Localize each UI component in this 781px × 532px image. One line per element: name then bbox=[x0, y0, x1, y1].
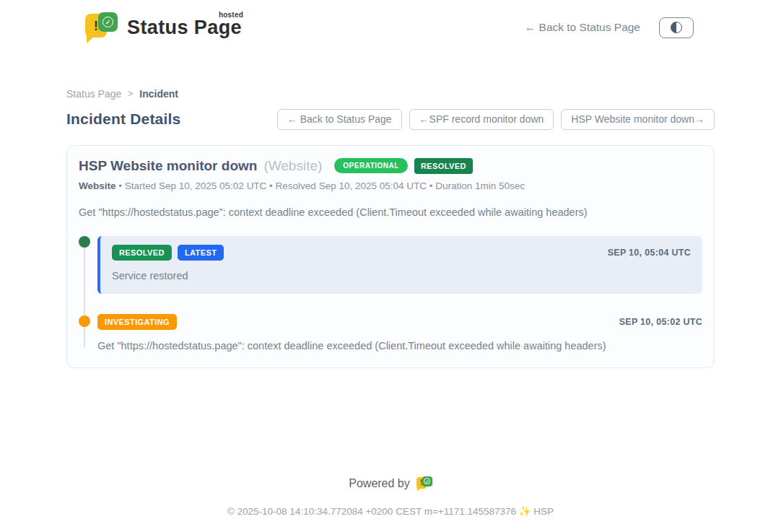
status-page-logo-icon: ! ✓ bbox=[85, 12, 118, 43]
timeline-message: Service restored bbox=[112, 270, 691, 282]
brand-name: Status Pagehosted bbox=[127, 18, 242, 38]
powered-by-label: Powered by bbox=[349, 477, 410, 490]
timeline-timestamp: SEP 10, 05:02 UTC bbox=[619, 317, 702, 327]
check-icon: ✓ bbox=[424, 478, 430, 484]
breadcrumb-current-incident: Incident bbox=[139, 88, 178, 100]
check-badge-icon: ✓ bbox=[422, 476, 432, 487]
header-back-to-status-page-link[interactable]: ← Back to Status Page bbox=[525, 21, 640, 34]
brand-superscript: hosted bbox=[219, 12, 243, 19]
resolved-badge: RESOLVED bbox=[112, 245, 172, 261]
brand-logo[interactable]: ! ✓ Status Pagehosted bbox=[85, 12, 242, 43]
incident-description: Get "https://hostedstatus.page": context… bbox=[79, 206, 702, 218]
incident-timeline: RESOLVED LATEST SEP 10, 05:04 UTC Servic… bbox=[79, 236, 702, 352]
timeline-dot-investigating bbox=[79, 315, 90, 327]
breadcrumb: Status Page > Incident bbox=[66, 88, 715, 100]
powered-by-row: Powered by ! ✓ bbox=[0, 476, 781, 492]
timeline-timestamp: SEP 10, 05:04 UTC bbox=[608, 248, 691, 258]
next-incident-button[interactable]: HSP Website monitor down→ bbox=[561, 109, 715, 130]
header: ! ✓ Status Pagehosted ← Back to Status P… bbox=[0, 0, 781, 45]
check-badge-icon: ✓ bbox=[98, 12, 118, 32]
incident-meta-details: • Started Sep 10, 2025 05:02 UTC • Resol… bbox=[116, 180, 525, 191]
half-circle-icon bbox=[671, 22, 682, 33]
investigating-badge: INVESTIGATING bbox=[97, 314, 177, 330]
header-actions: ← Back to Status Page bbox=[525, 17, 694, 38]
latest-badge: LATEST bbox=[178, 245, 224, 261]
theme-toggle-button[interactable] bbox=[659, 17, 694, 38]
timeline-dot-resolved bbox=[79, 236, 90, 248]
incident-component: (Website) bbox=[263, 158, 322, 174]
timeline-update-header: INVESTIGATING SEP 10, 05:02 UTC bbox=[97, 314, 702, 330]
powered-by-logo-link[interactable]: ! ✓ bbox=[416, 476, 432, 492]
incident-title-row: HSP Website monitor down (Website) OPERA… bbox=[79, 158, 702, 174]
timeline-item-investigating: INVESTIGATING SEP 10, 05:02 UTC Get "htt… bbox=[79, 313, 702, 352]
timeline-item-resolved: RESOLVED LATEST SEP 10, 05:04 UTC Servic… bbox=[79, 236, 702, 294]
incident-card: HSP Website monitor down (Website) OPERA… bbox=[66, 145, 715, 368]
chevron-right-icon: > bbox=[128, 89, 133, 99]
copyright-text: © 2025-10-08 14:10:34.772084 +0200 CEST … bbox=[0, 505, 781, 517]
timeline-message: Get "https://hostedstatus.page": context… bbox=[97, 340, 702, 352]
timeline-update-first: INVESTIGATING SEP 10, 05:02 UTC Get "htt… bbox=[97, 313, 702, 352]
timeline-update-header: RESOLVED LATEST SEP 10, 05:04 UTC bbox=[112, 245, 691, 261]
incident-nav-buttons: ← Back to Status Page ←SPF record monito… bbox=[277, 109, 715, 130]
page-title: Incident Details bbox=[66, 110, 180, 128]
back-to-status-page-button[interactable]: ← Back to Status Page bbox=[277, 109, 402, 130]
footer: Powered by ! ✓ © 2025-10-08 14:10:34.772… bbox=[0, 476, 781, 517]
prev-incident-button[interactable]: ←SPF record monitor down bbox=[409, 109, 554, 130]
incident-service-name: Website bbox=[79, 180, 116, 191]
check-icon: ✓ bbox=[102, 17, 113, 27]
main-content: Status Page > Incident Incident Details … bbox=[66, 88, 715, 368]
title-row: Incident Details ← Back to Status Page ←… bbox=[66, 109, 715, 130]
timeline-update-latest: RESOLVED LATEST SEP 10, 05:04 UTC Servic… bbox=[97, 236, 702, 294]
breadcrumb-status-page-link[interactable]: Status Page bbox=[66, 88, 121, 100]
resolved-state-badge: RESOLVED bbox=[414, 158, 473, 174]
incident-meta: Website • Started Sep 10, 2025 05:02 UTC… bbox=[79, 180, 702, 191]
incident-title: HSP Website monitor down bbox=[79, 158, 257, 174]
operational-status-badge: OPERATIONAL bbox=[334, 158, 408, 173]
